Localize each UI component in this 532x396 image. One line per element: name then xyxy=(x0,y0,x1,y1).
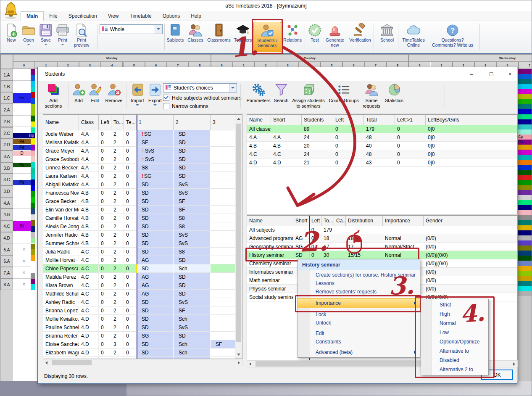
student-row[interactable]: Pauline Schnei...4.D020SDSvS xyxy=(43,323,242,332)
column-header-gender[interactable]: Gender xyxy=(424,216,518,226)
menu-item-constraints[interactable]: Constraints xyxy=(298,338,420,346)
student-row[interactable]: Grace Meyer4.A020↑SvSSD xyxy=(43,147,242,155)
lesson-card-pe[interactable]: Pe xyxy=(13,145,31,150)
lesson-card-pe[interactable]: Pe xyxy=(13,180,31,185)
student-row[interactable]: Brianna Lopez4.C020SDSF xyxy=(43,306,242,315)
ribbon-relations-button[interactable]: Relations xyxy=(281,22,304,52)
class-row[interactable]: All classes89017900|0 xyxy=(247,125,517,133)
student-row[interactable]: Jennifer Radic4.B020SDSvS xyxy=(43,231,242,239)
edit-student-button[interactable]: Edit xyxy=(87,83,103,111)
column-header-to[interactable]: To... xyxy=(111,115,124,130)
close-button[interactable]: × xyxy=(505,69,515,79)
hide-subjects-checkbox[interactable] xyxy=(163,95,169,101)
column-header-name[interactable]: Name xyxy=(247,216,293,226)
class-row[interactable]: 4.A4.A2404800|0 xyxy=(247,133,517,142)
class-row[interactable]: 4.C4.C2404800|0 xyxy=(247,150,517,158)
student-row[interactable]: Grace Becker4.B020SDSF xyxy=(43,197,242,206)
column-header-name[interactable]: Name xyxy=(247,115,271,125)
column-header-leftboys-girls[interactable]: LeftBoys/Girls xyxy=(426,115,518,125)
students-horizontal-scrollbar[interactable] xyxy=(43,359,242,366)
column-header-distribution[interactable]: Distribution xyxy=(346,216,383,226)
same-requests-button[interactable]: Same requests xyxy=(361,83,382,111)
ribbon-open-button[interactable]: Open xyxy=(20,22,37,52)
menu-tab-view[interactable]: View xyxy=(103,11,124,21)
column-header-to[interactable]: To... xyxy=(321,216,334,226)
lesson-card-bp[interactable]: Bp xyxy=(13,133,35,138)
student-row[interactable]: Matilda Perez4.C020AGSD xyxy=(43,273,242,281)
ribbon-questions-comments-write-us-button[interactable]: ?Questions? Comments? Write us xyxy=(427,22,479,52)
menu-tab-help[interactable]: Help xyxy=(185,11,207,21)
column-header-name[interactable]: Name xyxy=(43,115,79,130)
view-selector-combo[interactable]: Whole xyxy=(100,24,163,34)
student-row[interactable]: Melissa Kwiatk...4.A020SFSD xyxy=(43,138,242,147)
ribbon-test-button[interactable]: Test xyxy=(306,22,323,52)
add-student-button[interactable]: Add xyxy=(71,83,87,111)
column-header-students[interactable]: Students xyxy=(302,115,333,125)
menu-item-edit[interactable]: Edit xyxy=(298,329,420,338)
coursegroups-button[interactable]: CourseGroups xyxy=(327,83,361,111)
lesson-card-pe[interactable]: Pe xyxy=(13,163,31,168)
statistics-button[interactable]: Statistics xyxy=(382,83,406,111)
add-sections-button[interactable]: Add sections xyxy=(41,83,66,111)
student-row[interactable]: Brianna Reiter4.D020SGSD xyxy=(43,332,242,340)
student-row[interactable]: Linnea Becker4.A020S8SD xyxy=(43,164,242,172)
column-header-class[interactable]: Class xyxy=(79,115,99,130)
ribbon-timetables-online-button[interactable]: TimeTables Online xyxy=(400,22,427,52)
minimize-button[interactable]: – xyxy=(466,69,477,79)
ribbon-new-button[interactable]: New xyxy=(3,22,20,52)
menu-tab-main[interactable]: Main xyxy=(21,11,44,21)
student-row[interactable]: Laura Karlsen4.A020!SGSD xyxy=(43,172,242,180)
ribbon-print-button[interactable]: Print xyxy=(54,22,71,52)
assign-students-button[interactable]: Assign students to seminars xyxy=(290,83,327,111)
student-row[interactable]: Abigail Kwiatko...4.A020SDSvS xyxy=(43,180,242,189)
column-header-short[interactable]: Short xyxy=(271,115,302,125)
maximize-button[interactable]: □ xyxy=(486,69,496,79)
menu-item-advanced-beta[interactable]: Advanced (beta) xyxy=(298,348,420,356)
student-row[interactable]: Mollie Horvat4.C020AGSD xyxy=(43,256,242,264)
column-header-ca[interactable]: Ca... xyxy=(334,216,346,226)
student-row[interactable]: Grace Svoboda4.A020↑SvSSD xyxy=(43,155,242,164)
lesson-card-es[interactable]: Es xyxy=(13,93,31,103)
ribbon-generate-new-button[interactable]: Generate new xyxy=(323,22,347,52)
export-button[interactable]: Export xyxy=(146,83,164,111)
ribbon-classes-button[interactable]: Classes xyxy=(185,22,205,52)
column-header-te[interactable]: Te... xyxy=(124,115,137,130)
ribbon-school-button[interactable]: School xyxy=(375,22,399,52)
student-row[interactable]: Klara Brown4.C020AGSD xyxy=(43,281,242,290)
column-header-total[interactable]: Total xyxy=(364,115,395,125)
search-button[interactable]: Search xyxy=(272,83,290,111)
subject-row[interactable]: Advanced programmi...AG01818Normal(0/0) xyxy=(247,234,517,243)
column-header-left-1[interactable]: Left:>1 xyxy=(395,115,426,125)
column-header-importance[interactable]: Importance xyxy=(383,216,424,226)
combo-dropdown-button[interactable] xyxy=(155,25,162,34)
student-row[interactable]: Mathilde Schulz4.C020AGSD xyxy=(43,290,242,298)
ribbon-subjects-button[interactable]: Subjects xyxy=(165,22,185,52)
student-view-combo[interactable]: Student's choices xyxy=(163,83,237,92)
class-row[interactable]: 4.D4.D2104300|0 xyxy=(247,158,517,167)
menu-tab-file[interactable]: File xyxy=(44,11,63,21)
menu-item-unlock[interactable]: Unlock xyxy=(298,319,420,327)
column-header-left[interactable]: Left xyxy=(99,115,111,130)
ribbon-save-button[interactable]: Save xyxy=(37,22,54,52)
student-row[interactable]: Elin Van der Meer4.B020SDSF xyxy=(43,206,242,214)
narrow-columns-checkbox[interactable] xyxy=(163,103,169,109)
student-row[interactable]: Chloe Popescu4.C020SDSch xyxy=(43,264,242,273)
lesson-card-d[interactable]: D xyxy=(13,151,31,156)
subject-row[interactable]: All subjects0179 xyxy=(247,226,517,234)
students-vertical-scrollbar[interactable] xyxy=(235,115,242,359)
student-row[interactable]: Summer Schnei...4.B020SDSvS xyxy=(43,239,242,248)
column-header-short[interactable]: Short xyxy=(293,216,309,226)
student-row[interactable]: Eloise Sanchez4.D030SDSchSF xyxy=(43,340,242,348)
lesson-card-pe[interactable]: Pe xyxy=(13,139,31,144)
ribbon-classrooms-button[interactable]: Classrooms xyxy=(205,22,232,52)
ribbon-print-preview-button[interactable]: Print preview xyxy=(71,22,92,52)
student-row[interactable]: Francesca Now...4.B020SDSvS xyxy=(43,189,242,197)
column-header-1[interactable]: 1 xyxy=(137,115,174,130)
menu-tab-timetable[interactable]: Timetable xyxy=(124,11,157,21)
student-row[interactable]: Elizabeth Wagner4.D020SDSch xyxy=(43,348,242,357)
ribbon-verification-button[interactable]: Verification xyxy=(347,22,374,52)
column-header-left[interactable]: Left xyxy=(309,216,321,226)
menu-tab-specification[interactable]: Specification xyxy=(63,11,103,21)
student-row[interactable]: Camille Horvat4.B020SDS8 xyxy=(43,214,242,222)
student-row[interactable]: Alexis De Jong4.B020SDS8 xyxy=(43,222,242,231)
